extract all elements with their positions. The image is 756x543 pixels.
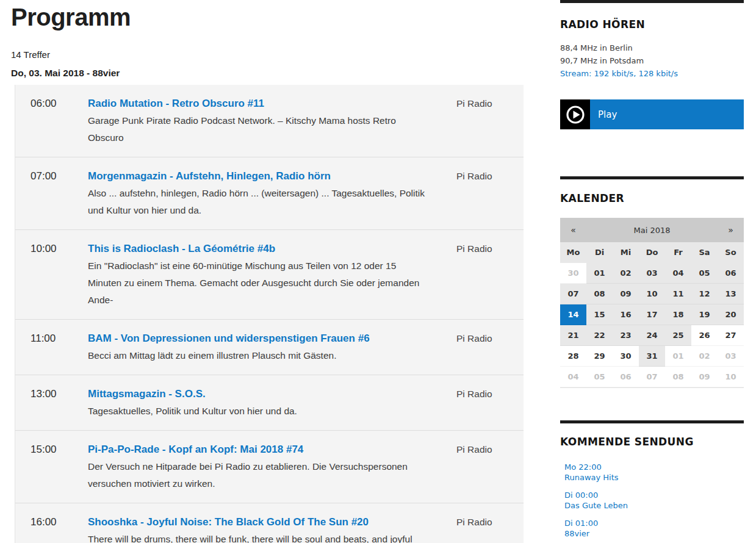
- calendar-weekday: Mo: [560, 242, 586, 263]
- upcoming-title: Das Gute Leben: [564, 501, 744, 511]
- calendar-grid: Mo Di Mi Do Fr Sa So 30 01 02 03 04 05 0…: [560, 242, 744, 387]
- calendar-day[interactable]: 16: [613, 304, 639, 325]
- calendar-day: 10: [718, 367, 744, 387]
- upcoming-time: Di 00:00: [564, 491, 744, 501]
- frequency-potsdam: 90,7 MHz in Potsdam: [560, 54, 744, 67]
- calendar-day: 29: [586, 346, 613, 367]
- entry-description: Ein "Radioclash" ist eine 60-minütige Mi…: [88, 257, 425, 309]
- entry-description: Tagesaktuelles, Politik und Kultur von h…: [88, 403, 425, 420]
- calendar-day[interactable]: 31: [639, 346, 665, 367]
- entry-description: Der Versuch ne Hitparade bei Pi Radio zu…: [88, 458, 425, 492]
- calendar-weekday: Do: [639, 242, 665, 263]
- calendar-day[interactable]: 22: [586, 325, 613, 346]
- entry-time: 06:00: [31, 95, 88, 146]
- upcoming-title: Runaway Hits: [564, 473, 744, 483]
- entry-title-link[interactable]: Morgenmagazin - Aufstehn, Hinlegen, Radi…: [88, 168, 425, 185]
- calendar-day: 05: [586, 367, 613, 387]
- page-title: Programm: [11, 4, 524, 31]
- calendar-day: 06: [613, 367, 639, 387]
- calendar-day[interactable]: 05: [691, 263, 718, 284]
- play-button[interactable]: Play: [560, 99, 744, 129]
- calendar-day: 03: [718, 346, 744, 367]
- calendar-day: 26: [691, 325, 718, 346]
- calendar-weekday: Fr: [665, 242, 691, 263]
- calendar-day[interactable]: 09: [613, 284, 639, 304]
- entry-time: 10:00: [31, 240, 88, 309]
- program-list: 06:00 Radio Mutation - Retro Obscuro #11…: [15, 85, 524, 543]
- entry-body: Radio Mutation - Retro Obscuro #11 Garag…: [88, 95, 425, 146]
- calendar-day: 30: [613, 346, 639, 367]
- entry-title-link[interactable]: Radio Mutation - Retro Obscuro #11: [88, 95, 425, 112]
- upcoming-item[interactable]: Di 01:00 88vier: [560, 519, 744, 539]
- calendar-day[interactable]: 12: [691, 284, 718, 304]
- calendar-day[interactable]: 24: [639, 325, 665, 346]
- calendar-section: KALENDER « Mai 2018 » Mo Di Mi Do Fr Sa …: [560, 192, 744, 388]
- calendar-day[interactable]: 18: [665, 304, 691, 325]
- entry-body: Morgenmagazin - Aufstehn, Hinlegen, Radi…: [88, 168, 425, 219]
- program-entry: 16:00 Shooshka - Joyful Noise: The Black…: [15, 503, 524, 543]
- calendar-day: 28: [560, 346, 586, 367]
- calendar-day[interactable]: 08: [586, 284, 613, 304]
- program-entry: 07:00 Morgenmagazin - Aufstehn, Hinlegen…: [15, 157, 524, 229]
- entry-description: Also ... aufstehn, hinlegen, Radio hörn …: [88, 185, 425, 219]
- play-button-body: Play: [590, 99, 744, 129]
- calendar-day: 08: [665, 367, 691, 387]
- entry-body: Mittagsmagazin - S.O.S. Tagesaktuelles, …: [88, 386, 425, 420]
- upcoming-item[interactable]: Di 00:00 Das Gute Leben: [560, 491, 744, 511]
- entry-station: Pi Radio: [425, 441, 524, 492]
- upcoming-time: Mo 22:00: [564, 462, 744, 473]
- frequency-list: 88,4 MHz in Berlin 90,7 MHz in Potsdam S…: [560, 41, 744, 80]
- calendar-day: 04: [560, 367, 586, 387]
- divider-upcoming: [560, 420, 744, 423]
- entry-description: Garage Punk Pirate Radio Podcast Network…: [88, 112, 425, 146]
- calendar-day[interactable]: 04: [665, 263, 691, 284]
- page: Programm 14 Treffer Do, 03. Mai 2018 - 8…: [0, 0, 756, 543]
- calendar-day: 09: [691, 367, 718, 387]
- divider-top: [560, 0, 744, 3]
- entry-body: BAM - Von Depressionen und widerspenstig…: [88, 330, 425, 364]
- calendar-day[interactable]: 06: [718, 263, 744, 284]
- frequency-berlin: 88,4 MHz in Berlin: [560, 41, 744, 54]
- entry-body: This is Radioclash - La Géométrie #4b Ei…: [88, 240, 425, 309]
- stream-link-192[interactable]: Stream: 192 kbit/s: [560, 69, 633, 78]
- calendar-day-selected[interactable]: 14: [560, 304, 586, 325]
- calendar-day[interactable]: 21: [560, 325, 586, 346]
- calendar-day: 27: [718, 325, 744, 346]
- calendar-day: 02: [691, 346, 718, 367]
- entry-title-link[interactable]: Mittagsmagazin - S.O.S.: [88, 386, 425, 403]
- entry-time: 15:00: [31, 441, 88, 492]
- calendar-day[interactable]: 10: [639, 284, 665, 304]
- entry-body: Pi-Pa-Po-Rade - Kopf an Kopf: Mai 2018 #…: [88, 441, 425, 492]
- entry-title-link[interactable]: Pi-Pa-Po-Rade - Kopf an Kopf: Mai 2018 #…: [88, 441, 425, 458]
- calendar-next-button[interactable]: »: [718, 225, 744, 235]
- calendar-day[interactable]: 02: [613, 263, 639, 284]
- upcoming-item[interactable]: Mo 22:00 Runaway Hits: [560, 462, 744, 483]
- stream-link-128[interactable]: 128 kbit/s: [638, 69, 678, 78]
- calendar-day[interactable]: 23: [613, 325, 639, 346]
- calendar-month-label: Mai 2018: [586, 226, 718, 235]
- entry-time: 11:00: [31, 330, 88, 364]
- entry-time: 13:00: [31, 386, 88, 420]
- entry-title-link[interactable]: Shooshka - Joyful Noise: The Black Gold …: [88, 514, 425, 531]
- calendar-day[interactable]: 11: [665, 284, 691, 304]
- calendar-day[interactable]: 20: [718, 304, 744, 325]
- calendar-day[interactable]: 07: [560, 284, 586, 304]
- calendar-prev-button[interactable]: «: [560, 225, 586, 235]
- entry-title-link[interactable]: BAM - Von Depressionen und widerspenstig…: [88, 330, 425, 347]
- calendar-day[interactable]: 01: [586, 263, 613, 284]
- calendar-day[interactable]: 17: [639, 304, 665, 325]
- entry-title-link[interactable]: This is Radioclash - La Géométrie #4b: [88, 240, 425, 257]
- radio-listen-heading: RADIO HÖREN: [560, 18, 744, 31]
- calendar-day[interactable]: 13: [718, 284, 744, 304]
- calendar-day[interactable]: 25: [665, 325, 691, 346]
- calendar: « Mai 2018 » Mo Di Mi Do Fr Sa So 30 01 …: [560, 218, 744, 388]
- program-entry: 06:00 Radio Mutation - Retro Obscuro #11…: [15, 85, 524, 157]
- play-button-label: Play: [590, 109, 617, 120]
- calendar-day[interactable]: 03: [639, 263, 665, 284]
- entry-station: Pi Radio: [425, 95, 524, 146]
- calendar-day: 30: [560, 263, 586, 284]
- calendar-day[interactable]: 15: [586, 304, 613, 325]
- calendar-day[interactable]: 19: [691, 304, 718, 325]
- upcoming-list: Mo 22:00 Runaway Hits Di 00:00 Das Gute …: [560, 462, 744, 539]
- sidebar: RADIO HÖREN 88,4 MHz in Berlin 90,7 MHz …: [560, 0, 744, 543]
